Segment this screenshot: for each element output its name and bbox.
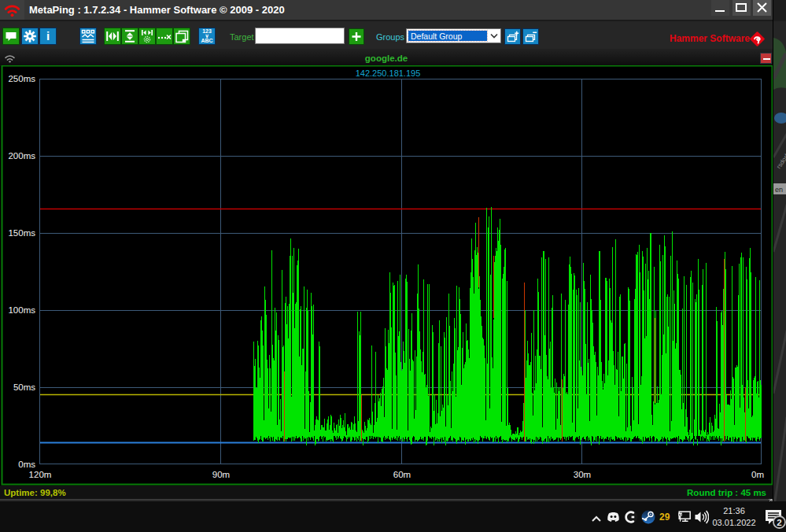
svg-text:142.250.181.195: 142.250.181.195 [356,68,421,78]
svg-text:2: 2 [777,518,781,527]
svg-text:120m: 120m [29,470,52,479]
svg-text:50ms: 50ms [13,382,35,392]
svg-text:30m: 30m [574,470,591,479]
svg-text:0m: 0m [751,470,764,479]
svg-text:250ms: 250ms [8,74,35,83]
svg-text:en: en [775,186,783,194]
svg-text:100ms: 100ms [8,305,35,315]
svg-text:60m: 60m [393,470,411,479]
svg-text:0ms: 0ms [18,460,35,469]
svg-text:200ms: 200ms [8,151,35,161]
svg-text:90m: 90m [212,470,230,479]
svg-text:150ms: 150ms [8,228,35,238]
